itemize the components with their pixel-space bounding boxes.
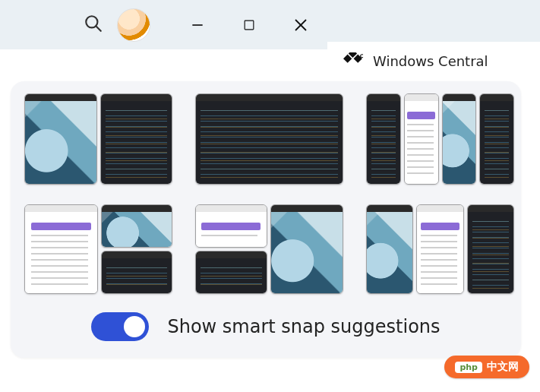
minimize-button[interactable] (172, 0, 223, 49)
smart-snap-toggle[interactable] (91, 312, 149, 341)
snap-layout-thirds[interactable] (366, 204, 514, 294)
snap-layout-50l-stacked[interactable] (24, 204, 172, 294)
maximize-button[interactable] (223, 0, 275, 49)
watermark-brand: php (455, 362, 482, 373)
svg-line-1 (96, 26, 101, 31)
snap-layouts-grid (24, 93, 507, 294)
snap-layouts-flyout: Show smart snap suggestions (11, 81, 521, 358)
avatar[interactable] (117, 8, 150, 42)
svg-rect-3 (245, 21, 254, 30)
watermark-suffix: 中文网 (487, 360, 519, 374)
smart-snap-toggle-label: Show smart snap suggestions (167, 316, 440, 337)
snap-layout-stacked-50r[interactable] (195, 204, 343, 294)
windows-central-logo-icon: C (341, 52, 365, 69)
snap-layout-four-up[interactable] (366, 93, 514, 185)
snap-layout-full[interactable] (195, 93, 343, 185)
search-icon[interactable] (84, 14, 103, 36)
svg-text:C: C (360, 53, 364, 59)
brand-corner: C Windows Central (327, 42, 540, 80)
snap-layout-50-50[interactable] (24, 93, 172, 185)
brand-text: Windows Central (373, 53, 488, 69)
close-button[interactable] (275, 0, 327, 49)
watermark-badge: php 中文网 (444, 356, 529, 378)
